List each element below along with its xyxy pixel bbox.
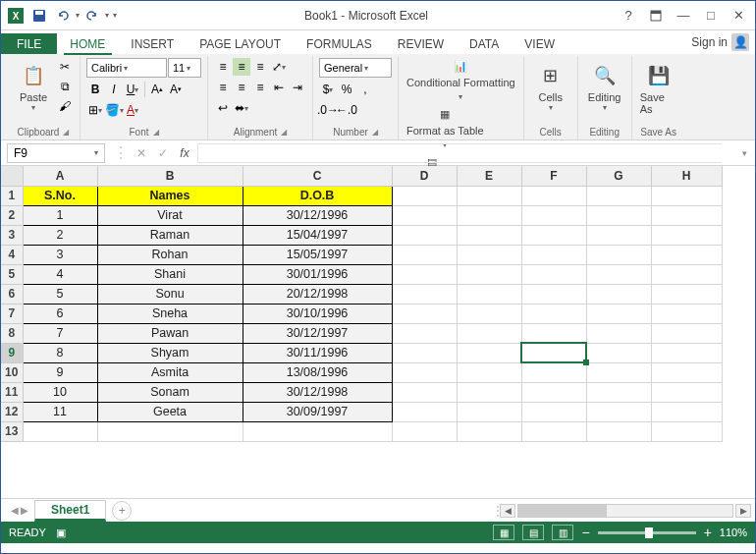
cell-C3[interactable]: 15/04/1997 <box>243 225 392 245</box>
hscroll-track[interactable] <box>517 504 733 518</box>
cell-C9[interactable]: 30/11/1996 <box>243 343 392 362</box>
cell-G8[interactable] <box>586 323 651 343</box>
cell-D10[interactable] <box>392 362 457 382</box>
cell-H9[interactable] <box>651 343 722 362</box>
cell-H5[interactable] <box>651 264 722 284</box>
align-center-icon[interactable]: ≡ <box>233 79 250 96</box>
cell-A2[interactable]: 1 <box>23 205 97 225</box>
sheet-tab-1[interactable]: Sheet1 <box>34 500 106 522</box>
add-sheet-button[interactable]: + <box>112 501 132 521</box>
row-header-12[interactable]: 12 <box>1 402 23 421</box>
tab-review[interactable]: REVIEW <box>385 33 457 54</box>
ribbon-display-icon[interactable] <box>643 6 669 26</box>
cell-F11[interactable] <box>521 382 586 402</box>
save-icon[interactable] <box>28 5 50 27</box>
cell-E3[interactable] <box>457 225 521 245</box>
cell-G5[interactable] <box>586 264 651 284</box>
clipboard-dialog-launcher[interactable]: ◢ <box>63 128 69 137</box>
cancel-formula-icon[interactable]: ✕ <box>133 146 150 160</box>
cell-B6[interactable]: Sonu <box>97 284 243 304</box>
cell-A8[interactable]: 7 <box>23 323 97 343</box>
avatar-icon[interactable]: 👤 <box>731 33 749 51</box>
hscroll-thumb[interactable] <box>518 505 607 517</box>
cell-C8[interactable]: 30/12/1997 <box>243 323 392 343</box>
number-dialog-launcher[interactable]: ◢ <box>372 128 378 137</box>
cell-H6[interactable] <box>651 284 722 304</box>
minimize-icon[interactable]: — <box>671 6 696 26</box>
align-bottom-icon[interactable]: ≡ <box>251 58 269 76</box>
cell-H8[interactable] <box>651 323 722 343</box>
maximize-icon[interactable]: □ <box>698 6 724 26</box>
save-as-button[interactable]: 💾Save As <box>638 58 679 117</box>
paste-button[interactable]: 📋 Paste ▾ <box>13 58 54 114</box>
sign-in-link[interactable]: Sign in <box>691 35 728 49</box>
cell-D6[interactable] <box>392 284 457 304</box>
cell-G10[interactable] <box>586 362 651 382</box>
cell-A6[interactable]: 5 <box>23 284 97 304</box>
increase-decimal-icon[interactable]: .0→ <box>319 101 337 119</box>
zoom-level[interactable]: 110% <box>720 526 747 538</box>
row-header-7[interactable]: 7 <box>1 304 23 323</box>
cell-B7[interactable]: Sneha <box>97 304 243 323</box>
tab-file[interactable]: FILE <box>1 33 57 54</box>
cell-G2[interactable] <box>586 205 651 225</box>
row-header-10[interactable]: 10 <box>1 362 23 382</box>
redo-icon[interactable] <box>81 5 103 27</box>
tab-home[interactable]: HOME <box>57 33 118 54</box>
cell-B8[interactable]: Pawan <box>97 323 243 343</box>
zoom-slider[interactable] <box>598 531 696 534</box>
cell-F8[interactable] <box>521 323 586 343</box>
cell-C2[interactable]: 30/12/1996 <box>243 205 392 225</box>
sheet-nav-next-icon[interactable]: ▶ <box>21 505 28 516</box>
cell-F13[interactable] <box>521 421 586 441</box>
cell-D11[interactable] <box>392 382 457 402</box>
cell-C12[interactable]: 30/09/1997 <box>243 402 392 421</box>
increase-font-icon[interactable]: A▴ <box>148 81 166 98</box>
align-right-icon[interactable]: ≡ <box>251 79 269 96</box>
cell-A10[interactable]: 9 <box>23 362 97 382</box>
cell-D3[interactable] <box>392 225 457 245</box>
cell-B11[interactable]: Sonam <box>97 382 243 402</box>
macro-record-icon[interactable]: ▣ <box>56 526 66 539</box>
enter-formula-icon[interactable]: ✓ <box>154 146 172 160</box>
cell-G12[interactable] <box>586 402 651 421</box>
tab-split-handle[interactable]: ⋮ <box>492 504 498 518</box>
row-header-6[interactable]: 6 <box>1 284 23 304</box>
row-header-11[interactable]: 11 <box>1 382 23 402</box>
underline-icon[interactable]: U▾ <box>124 81 141 98</box>
row-header-3[interactable]: 3 <box>1 225 23 245</box>
cell-E1[interactable] <box>457 186 521 205</box>
cell-D2[interactable] <box>392 205 457 225</box>
cell-E9[interactable] <box>457 343 521 362</box>
cell-B9[interactable]: Shyam <box>97 343 243 362</box>
cell-D5[interactable] <box>392 264 457 284</box>
cell-B4[interactable]: Rohan <box>97 245 243 264</box>
cell-H3[interactable] <box>651 225 722 245</box>
cut-icon[interactable]: ✂ <box>56 58 74 76</box>
cell-H2[interactable] <box>651 205 722 225</box>
row-header-8[interactable]: 8 <box>1 323 23 343</box>
cell-E2[interactable] <box>457 205 521 225</box>
cell-A11[interactable]: 10 <box>23 382 97 402</box>
cell-A1[interactable]: S.No. <box>23 186 97 205</box>
cell-E13[interactable] <box>457 421 521 441</box>
cell-H1[interactable] <box>651 186 722 205</box>
close-icon[interactable]: ✕ <box>726 6 751 26</box>
column-header-A[interactable]: A <box>23 166 97 186</box>
wrap-text-icon[interactable]: ↩ <box>214 99 232 117</box>
column-header-E[interactable]: E <box>457 166 521 186</box>
cell-F3[interactable] <box>521 225 586 245</box>
cell-E6[interactable] <box>457 284 521 304</box>
comma-format-icon[interactable]: , <box>356 81 374 98</box>
cell-G7[interactable] <box>586 304 651 323</box>
cell-E8[interactable] <box>457 323 521 343</box>
cell-F6[interactable] <box>521 284 586 304</box>
cell-H7[interactable] <box>651 304 722 323</box>
tab-page-layout[interactable]: PAGE LAYOUT <box>187 33 294 54</box>
cell-E7[interactable] <box>457 304 521 323</box>
cell-C11[interactable]: 30/12/1998 <box>243 382 392 402</box>
number-format-combo[interactable]: General▾ <box>319 58 392 78</box>
cell-D7[interactable] <box>392 304 457 323</box>
cell-D9[interactable] <box>392 343 457 362</box>
hscroll-left-icon[interactable]: ◀ <box>500 504 515 518</box>
